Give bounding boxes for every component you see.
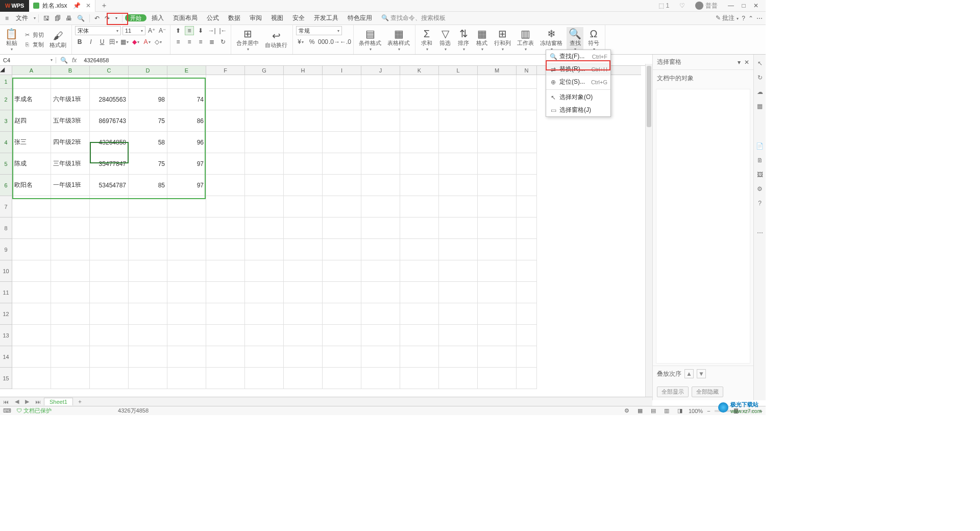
tab-insert[interactable]: 插入 — [148, 13, 168, 23]
cell-B11[interactable] — [51, 282, 90, 303]
sort-button[interactable]: ⇅排序▾ — [455, 27, 472, 53]
col-header-B[interactable]: B — [51, 66, 90, 75]
view-normal-icon[interactable]: ▦ — [635, 407, 645, 414]
cell-E14[interactable] — [167, 346, 206, 368]
tab-view[interactable]: 视图 — [267, 13, 287, 23]
cell-D1[interactable] — [129, 75, 167, 89]
cell-L3[interactable] — [439, 110, 478, 132]
font-size-select[interactable]: 11▾ — [122, 26, 145, 35]
qa-saveas-icon[interactable]: 🗐 — [53, 15, 63, 22]
cell-E5[interactable]: 97 — [167, 153, 206, 175]
view-break-icon[interactable]: ▥ — [662, 407, 671, 414]
cell-C5[interactable]: 35477847 — [90, 153, 129, 175]
cell-K10[interactable] — [400, 260, 439, 282]
row-header-5[interactable]: 5 — [0, 153, 12, 175]
cell-C1[interactable] — [90, 75, 129, 89]
font-color-button[interactable]: A▾ — [142, 37, 152, 46]
cell-G4[interactable] — [245, 132, 284, 153]
font-name-select[interactable]: 宋体▾ — [75, 26, 121, 35]
tab-page-layout[interactable]: 页面布局 — [169, 13, 202, 23]
cell-E4[interactable]: 96 — [167, 132, 206, 153]
cell-I3[interactable] — [323, 110, 361, 132]
cell-A15[interactable] — [12, 368, 51, 389]
cancel-formula-icon[interactable]: 🔍 — [60, 57, 68, 64]
cell-A11[interactable] — [12, 282, 51, 303]
symbol-button[interactable]: Ω符号▾ — [585, 27, 602, 53]
cell-G7[interactable] — [245, 196, 284, 218]
cell-L11[interactable] — [439, 282, 478, 303]
col-header-M[interactable]: M — [478, 66, 517, 75]
cell-H10[interactable] — [284, 260, 323, 282]
cell-K7[interactable] — [400, 196, 439, 218]
cell-L8[interactable] — [439, 218, 478, 239]
cell-J15[interactable] — [361, 368, 400, 389]
cell-L5[interactable] — [439, 153, 478, 175]
cell-D14[interactable] — [129, 346, 167, 368]
cell-E8[interactable] — [167, 218, 206, 239]
cell-J11[interactable] — [361, 282, 400, 303]
cell-B1[interactable] — [51, 75, 90, 89]
bring-forward-button[interactable]: ▲ — [684, 369, 694, 378]
cell-A4[interactable]: 张三 — [12, 132, 51, 153]
border-button[interactable]: ▦▾ — [120, 37, 129, 46]
cell-F10[interactable] — [206, 260, 245, 282]
cell-I9[interactable] — [323, 239, 361, 260]
align-left-icon[interactable]: ≡ — [174, 37, 183, 46]
close-window-button[interactable]: ✕ — [750, 2, 762, 9]
cell-J2[interactable] — [361, 89, 400, 110]
cell-L1[interactable] — [439, 75, 478, 89]
row-header-11[interactable]: 11 — [0, 282, 12, 303]
align-top-icon[interactable]: ⬆ — [174, 26, 183, 35]
rowcol-button[interactable]: ⊞行和列▾ — [492, 27, 513, 53]
rt-more-icon[interactable]: ⋯ — [755, 228, 765, 237]
cell-I4[interactable] — [323, 132, 361, 153]
menu-icon[interactable]: ≡ — [3, 15, 11, 22]
add-tab-button[interactable]: ＋ — [95, 1, 113, 10]
cell-L15[interactable] — [439, 368, 478, 389]
view-page-icon[interactable]: ▤ — [649, 407, 658, 414]
cell-M8[interactable] — [478, 218, 517, 239]
cell-C13[interactable] — [90, 325, 129, 346]
pin-icon[interactable]: 📌 — [73, 2, 81, 9]
cut-button[interactable]: ✂剪切 — [22, 31, 45, 39]
cell-A6[interactable]: 欧阳名 — [12, 175, 51, 196]
cell-M3[interactable] — [478, 110, 517, 132]
cell-M15[interactable] — [478, 368, 517, 389]
cell-I2[interactable] — [323, 89, 361, 110]
cell-N13[interactable] — [517, 325, 537, 346]
cell-F6[interactable] — [206, 175, 245, 196]
cell-B5[interactable]: 三年级1班 — [51, 153, 90, 175]
cell-L10[interactable] — [439, 260, 478, 282]
cell-D2[interactable]: 98 — [129, 89, 167, 110]
row-header-15[interactable]: 15 — [0, 368, 12, 389]
qa-more-icon[interactable]: ▾ — [113, 16, 119, 20]
number-format-select[interactable]: 常规▾ — [296, 26, 342, 35]
merge-center-button[interactable]: ⊞合并居中▾ — [234, 27, 261, 53]
sheet-nav-last[interactable]: ⏭ — [32, 399, 44, 405]
cell-K2[interactable] — [400, 89, 439, 110]
row-header-14[interactable]: 14 — [0, 346, 12, 368]
cell-H4[interactable] — [284, 132, 323, 153]
tab-security[interactable]: 安全 — [288, 13, 309, 23]
align-center-icon[interactable]: ≡ — [185, 37, 194, 46]
rt-cloud-icon[interactable]: ☁ — [755, 87, 765, 96]
cell-M14[interactable] — [478, 346, 517, 368]
rt-property-icon[interactable]: 📄 — [755, 141, 765, 151]
cell-J12[interactable] — [361, 303, 400, 325]
cell-D10[interactable] — [129, 260, 167, 282]
cell-G10[interactable] — [245, 260, 284, 282]
cell-L6[interactable] — [439, 175, 478, 196]
cell-N4[interactable] — [517, 132, 537, 153]
tab-formula[interactable]: 公式 — [203, 13, 223, 23]
cell-M4[interactable] — [478, 132, 517, 153]
cell-G14[interactable] — [245, 346, 284, 368]
cell-I1[interactable] — [323, 75, 361, 89]
find-button[interactable]: 🔍查找▾ — [567, 27, 583, 53]
cell-C6[interactable]: 53454787 — [90, 175, 129, 196]
cell-D13[interactable] — [129, 325, 167, 346]
cell-H2[interactable] — [284, 89, 323, 110]
align-middle-icon[interactable]: ≡ — [185, 26, 194, 35]
cell-M9[interactable] — [478, 239, 517, 260]
cell-C15[interactable] — [90, 368, 129, 389]
cell-M6[interactable] — [478, 175, 517, 196]
